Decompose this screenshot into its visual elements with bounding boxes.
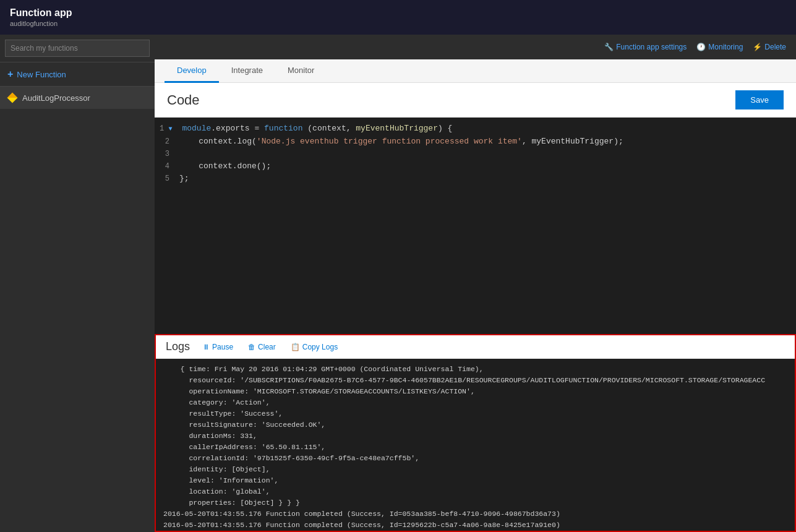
new-function-button[interactable]: + New Function xyxy=(0,62,155,87)
clock-icon: 🕐 xyxy=(696,43,706,51)
logs-header: Logs ⏸ Pause 🗑 Clear 📋 Copy Logs xyxy=(156,335,795,359)
line-content-5: }; xyxy=(179,173,189,185)
plus-icon: + xyxy=(7,69,13,80)
app-subtitle: auditlogfunction xyxy=(10,20,72,27)
function-app-settings-link[interactable]: 🔧 Function app settings xyxy=(604,43,687,51)
clear-icon: 🗑 xyxy=(248,343,255,351)
code-title: Code xyxy=(167,92,200,108)
copy-icon: 📋 xyxy=(291,343,300,351)
function-icon xyxy=(7,93,17,103)
main-content: 🔧 Function app settings 🕐 Monitoring ⚡ D… xyxy=(155,35,796,532)
tab-bar: Develop Integrate Monitor xyxy=(155,59,796,83)
line-number-2: 2 xyxy=(155,135,179,148)
pause-icon: ⏸ xyxy=(202,343,210,351)
monitoring-link[interactable]: 🕐 Monitoring xyxy=(696,43,743,51)
line-number-5: 5 xyxy=(155,173,179,185)
code-line-4: 4 context.done(); xyxy=(155,160,796,173)
delete-icon: ⚡ xyxy=(753,43,762,51)
tab-develop[interactable]: Develop xyxy=(165,59,219,83)
app-layout: + New Function AuditLogProcessor 🔧 Funct… xyxy=(0,35,796,532)
sidebar: + New Function AuditLogProcessor xyxy=(0,35,155,532)
line-content-4: context.done(); xyxy=(179,160,271,173)
app-title: Function app xyxy=(10,7,72,19)
code-line-2: 2 context.log('Node.js eventhub trigger … xyxy=(155,135,796,148)
search-functions-container xyxy=(0,35,155,62)
new-function-label: New Function xyxy=(17,70,66,79)
line-content-1: module.exports = function (context, myEv… xyxy=(182,122,452,135)
delete-link[interactable]: ⚡ Delete xyxy=(753,43,786,51)
tab-integrate[interactable]: Integrate xyxy=(219,59,275,83)
code-line-3: 3 xyxy=(155,148,796,160)
line-number-1: 1 ▼ xyxy=(155,122,182,135)
code-lines: 1 ▼ module.exports = function (context, … xyxy=(155,118,796,334)
diamond-icon xyxy=(7,93,18,103)
search-input[interactable] xyxy=(5,40,150,57)
top-toolbar: 🔧 Function app settings 🕐 Monitoring ⚡ D… xyxy=(155,35,796,59)
content-wrapper: Code Save 1 ▼ module.exports = function … xyxy=(155,83,796,532)
code-editor[interactable]: 1 ▼ module.exports = function (context, … xyxy=(155,118,796,334)
copy-logs-button[interactable]: 📋 Copy Logs xyxy=(288,341,340,353)
line-number-4: 4 xyxy=(155,160,179,173)
save-button[interactable]: Save xyxy=(735,90,784,109)
logs-title: Logs xyxy=(166,340,190,353)
sidebar-function-name: AuditLogProcessor xyxy=(22,93,90,103)
sidebar-item-auditlogprocessor[interactable]: AuditLogProcessor xyxy=(0,87,155,109)
clear-button[interactable]: 🗑 Clear xyxy=(246,341,278,353)
code-line-5: 5 }; xyxy=(155,173,796,185)
code-header: Code Save xyxy=(155,83,796,118)
header-bar: Function app auditlogfunction xyxy=(0,0,796,35)
line-content-2: context.log('Node.js eventhub trigger fu… xyxy=(179,135,623,148)
code-line-1: 1 ▼ module.exports = function (context, … xyxy=(155,122,796,135)
logs-section: Logs ⏸ Pause 🗑 Clear 📋 Copy Logs { time xyxy=(155,334,796,532)
logs-content[interactable]: { time: Fri May 20 2016 01:04:29 GMT+000… xyxy=(156,359,795,531)
pause-button[interactable]: ⏸ Pause xyxy=(200,341,236,353)
wrench-icon: 🔧 xyxy=(604,43,614,51)
line-number-3: 3 xyxy=(155,148,179,160)
tab-monitor[interactable]: Monitor xyxy=(275,59,327,83)
code-section: Code Save 1 ▼ module.exports = function … xyxy=(155,83,796,334)
